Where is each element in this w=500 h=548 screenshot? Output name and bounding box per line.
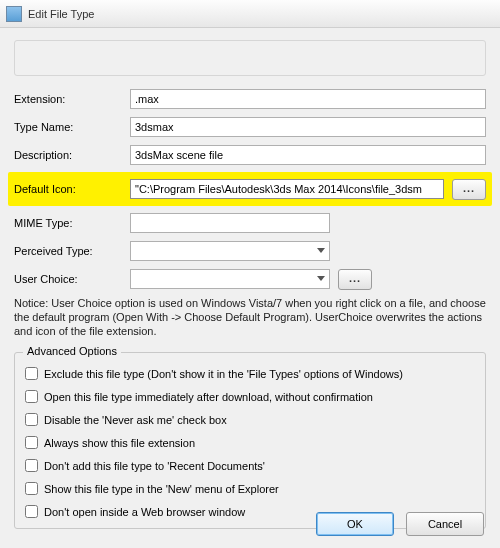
checkbox-always-show-extension[interactable] — [25, 436, 38, 449]
row-mime-type: MIME Type: — [14, 212, 486, 234]
browse-default-icon-button[interactable]: ... — [452, 179, 486, 200]
option-label: Open this file type immediately after do… — [44, 391, 373, 403]
input-mime-type[interactable] — [130, 213, 330, 233]
checkbox-show-in-new-menu[interactable] — [25, 482, 38, 495]
label-description: Description: — [14, 149, 130, 161]
input-extension[interactable]: .max — [130, 89, 486, 109]
option-always-show-extension[interactable]: Always show this file extension — [25, 436, 475, 449]
row-description: Description: 3dsMax scene file — [14, 144, 486, 166]
dialog-content: Extension: .max Type Name: 3dsmax Descri… — [0, 28, 500, 535]
default-icon-highlight: Default Icon: "C:\Program Files\Autodesk… — [8, 172, 492, 206]
user-choice-notice: Notice: User Choice option is used on Wi… — [14, 296, 486, 338]
option-label: Always show this file extension — [44, 437, 195, 449]
input-default-icon[interactable]: "C:\Program Files\Autodesk\3ds Max 2014\… — [130, 179, 444, 199]
option-show-in-new-menu[interactable]: Show this file type in the 'New' menu of… — [25, 482, 475, 495]
row-extension: Extension: .max — [14, 88, 486, 110]
option-exclude-file-type[interactable]: Exclude this file type (Don't show it in… — [25, 367, 475, 380]
row-user-choice: User Choice: ... — [14, 268, 486, 290]
checkbox-exclude-file-type[interactable] — [25, 367, 38, 380]
option-dont-add-recent[interactable]: Don't add this file type to 'Recent Docu… — [25, 459, 475, 472]
label-mime-type: MIME Type: — [14, 217, 130, 229]
app-icon — [6, 6, 22, 22]
input-type-name[interactable]: 3dsmax — [130, 117, 486, 137]
option-open-immediately[interactable]: Open this file type immediately after do… — [25, 390, 475, 403]
row-default-icon: Default Icon: "C:\Program Files\Autodesk… — [14, 178, 486, 200]
option-label: Disable the 'Never ask me' check box — [44, 414, 227, 426]
label-extension: Extension: — [14, 93, 130, 105]
select-user-choice[interactable] — [130, 269, 330, 289]
advanced-options-group: Advanced Options Exclude this file type … — [14, 352, 486, 529]
label-user-choice: User Choice: — [14, 273, 130, 285]
dialog-buttons: OK Cancel — [316, 512, 484, 536]
row-type-name: Type Name: 3dsmax — [14, 116, 486, 138]
checkbox-disable-never-ask[interactable] — [25, 413, 38, 426]
window-title: Edit File Type — [28, 8, 94, 20]
select-perceived-type[interactable] — [130, 241, 330, 261]
input-description[interactable]: 3dsMax scene file — [130, 145, 486, 165]
ok-button[interactable]: OK — [316, 512, 394, 536]
row-perceived-type: Perceived Type: — [14, 240, 486, 262]
advanced-options-legend: Advanced Options — [23, 345, 121, 357]
option-label: Don't add this file type to 'Recent Docu… — [44, 460, 265, 472]
checkbox-dont-open-in-browser[interactable] — [25, 505, 38, 518]
option-disable-never-ask[interactable]: Disable the 'Never ask me' check box — [25, 413, 475, 426]
browse-user-choice-button[interactable]: ... — [338, 269, 372, 290]
label-type-name: Type Name: — [14, 121, 130, 133]
option-label: Don't open inside a Web browser window — [44, 506, 245, 518]
option-label: Show this file type in the 'New' menu of… — [44, 483, 279, 495]
label-default-icon: Default Icon: — [14, 183, 130, 195]
titlebar: Edit File Type — [0, 0, 500, 28]
cancel-button[interactable]: Cancel — [406, 512, 484, 536]
top-panel — [14, 40, 486, 76]
checkbox-open-immediately[interactable] — [25, 390, 38, 403]
label-perceived-type: Perceived Type: — [14, 245, 130, 257]
checkbox-dont-add-recent[interactable] — [25, 459, 38, 472]
option-label: Exclude this file type (Don't show it in… — [44, 368, 403, 380]
